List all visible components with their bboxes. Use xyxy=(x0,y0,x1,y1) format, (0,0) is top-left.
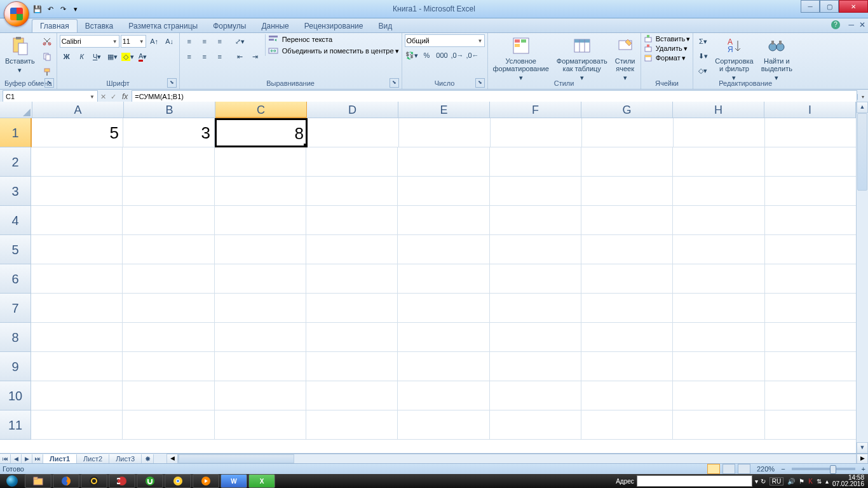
align-right[interactable]: ≡ xyxy=(213,50,227,64)
grow-font-button[interactable]: A↑ xyxy=(147,34,161,48)
scroll-down[interactable]: ▼ xyxy=(857,442,868,454)
orientation-button[interactable]: ⤢▾ xyxy=(233,34,247,48)
find-select-button[interactable]: Найти и выделить▾ xyxy=(759,34,795,83)
align-bottom[interactable]: ≡ xyxy=(213,34,227,48)
align-middle[interactable]: ≡ xyxy=(198,34,212,48)
view-normal[interactable] xyxy=(707,464,720,474)
zoom-slider[interactable] xyxy=(792,468,855,470)
col-header-F[interactable]: F xyxy=(490,102,581,118)
tray-security-icon[interactable]: K xyxy=(808,478,813,485)
row-header-11[interactable]: 11 xyxy=(0,410,31,440)
col-header-A[interactable]: A xyxy=(32,102,124,118)
office-button[interactable] xyxy=(4,1,29,27)
row-header-7[interactable]: 7 xyxy=(0,294,31,323)
sheet-tab-3[interactable]: Лист3 xyxy=(109,454,142,464)
start-button[interactable] xyxy=(0,474,24,488)
font-size-combo[interactable]: 11▼ xyxy=(121,35,146,48)
number-format-combo[interactable]: Общий▼ xyxy=(405,34,485,47)
hscroll-thumb[interactable] xyxy=(179,454,294,463)
tray-sound-icon[interactable]: 🔊 xyxy=(787,478,795,485)
row-header-8[interactable]: 8 xyxy=(0,323,31,352)
autosum-button[interactable]: Σ▾ xyxy=(696,34,710,48)
format-as-table-button[interactable]: Форматировать как таблицу▾ xyxy=(554,34,610,83)
row-header-10[interactable]: 10 xyxy=(0,381,31,410)
shrink-font-button[interactable]: A↓ xyxy=(163,34,177,48)
cell-D1[interactable] xyxy=(308,118,399,147)
minimize-button[interactable]: ─ xyxy=(801,0,820,13)
copy-button[interactable] xyxy=(40,50,54,64)
percent-format[interactable]: % xyxy=(420,48,434,62)
tray-clock[interactable]: 14:5807.02.2016 xyxy=(832,475,864,487)
cell-E1[interactable] xyxy=(399,118,491,147)
decrease-indent[interactable]: ⇤ xyxy=(233,50,247,64)
cell-F1[interactable] xyxy=(491,118,582,147)
decrease-decimal[interactable]: ,0← xyxy=(466,48,480,62)
qat-redo[interactable]: ↷ xyxy=(57,3,69,15)
tab-insert[interactable]: Вставка xyxy=(78,20,121,32)
row-header-3[interactable]: 3 xyxy=(0,177,31,206)
sheet-nav-first[interactable]: ⏮ xyxy=(0,454,11,464)
row-header-1[interactable]: 1 xyxy=(0,118,32,147)
workbook-close[interactable]: ✕ xyxy=(859,20,865,29)
zoom-out[interactable]: − xyxy=(781,465,785,473)
borders-button[interactable]: ▦▾ xyxy=(105,50,119,64)
row-header-6[interactable]: 6 xyxy=(0,264,31,294)
align-top[interactable]: ≡ xyxy=(182,34,196,48)
taskbar-word[interactable]: W xyxy=(220,474,247,488)
taskbar-ccleaner[interactable] xyxy=(109,474,135,488)
font-dialog-launcher[interactable]: ⬊ xyxy=(167,78,177,88)
align-left[interactable]: ≡ xyxy=(182,50,196,64)
fx-icon[interactable]: fx xyxy=(122,92,128,101)
tab-home[interactable]: Главная xyxy=(32,19,78,32)
name-box[interactable]: C1▼ xyxy=(3,90,98,103)
merge-center-button[interactable]: Объединить и поместить в центре ▾ xyxy=(268,46,399,56)
qat-save[interactable]: 💾 xyxy=(32,3,43,15)
new-sheet-button[interactable]: ✸ xyxy=(142,454,154,464)
wrap-text-button[interactable]: Перенос текста xyxy=(268,34,399,44)
number-dialog-launcher[interactable]: ⬊ xyxy=(475,78,485,88)
tab-data[interactable]: Данные xyxy=(254,20,296,32)
align-center[interactable]: ≡ xyxy=(198,50,212,64)
tab-formulas[interactable]: Формулы xyxy=(205,20,254,32)
sheet-nav-next[interactable]: ▶ xyxy=(22,454,32,464)
cancel-icon[interactable]: ✕ xyxy=(98,93,108,101)
paste-button[interactable]: Вставить▾ xyxy=(3,34,37,76)
col-header-B[interactable]: B xyxy=(124,102,215,118)
help-icon[interactable]: ? xyxy=(831,20,840,29)
address-dropdown[interactable]: ▾ xyxy=(755,478,758,485)
delete-cells-button[interactable]: Удалить ▾ xyxy=(644,44,688,53)
accounting-format[interactable]: 💱▾ xyxy=(405,48,419,62)
workbook-minimize[interactable]: ─ xyxy=(848,20,854,29)
font-color-button[interactable]: A▾ xyxy=(136,50,150,64)
font-name-combo[interactable]: Calibri▼ xyxy=(60,35,119,48)
vscroll-thumb[interactable] xyxy=(857,113,867,191)
close-button[interactable]: ✕ xyxy=(839,0,868,13)
sheet-nav-prev[interactable]: ◀ xyxy=(11,454,22,464)
enter-icon[interactable]: ✓ xyxy=(108,93,118,101)
tray-flag-icon[interactable]: ⚑ xyxy=(799,478,804,485)
view-page-layout[interactable] xyxy=(722,464,735,474)
taskbar-utorrent[interactable] xyxy=(137,474,163,488)
tab-page-layout[interactable]: Разметка страницы xyxy=(121,20,205,32)
col-header-C[interactable]: C xyxy=(215,102,307,118)
format-painter-button[interactable] xyxy=(40,65,54,79)
increase-indent[interactable]: ⇥ xyxy=(248,50,262,64)
col-header-I[interactable]: I xyxy=(764,102,856,118)
sheet-nav-last[interactable]: ⏭ xyxy=(32,454,43,464)
cut-button[interactable] xyxy=(40,34,54,48)
taskbar-media-player[interactable] xyxy=(193,474,219,488)
col-header-E[interactable]: E xyxy=(398,102,490,118)
clear-button[interactable]: ◇▾ xyxy=(696,64,710,78)
formula-bar-expand[interactable]: ▾ xyxy=(857,94,868,100)
zoom-in[interactable]: + xyxy=(862,465,865,473)
qat-customize[interactable]: ▾ xyxy=(70,3,81,15)
address-go[interactable]: ↻ xyxy=(761,478,766,485)
cell-G1[interactable] xyxy=(582,118,674,147)
cell-styles-button[interactable]: Стили ячеек▾ xyxy=(613,34,638,83)
conditional-formatting-button[interactable]: Условное форматирование▾ xyxy=(491,34,552,83)
comma-format[interactable]: 000 xyxy=(435,48,449,62)
hscroll-left[interactable]: ◀ xyxy=(166,454,178,464)
view-page-break[interactable] xyxy=(738,464,750,474)
col-header-H[interactable]: H xyxy=(673,102,764,118)
bold-button[interactable]: Ж xyxy=(60,50,74,64)
